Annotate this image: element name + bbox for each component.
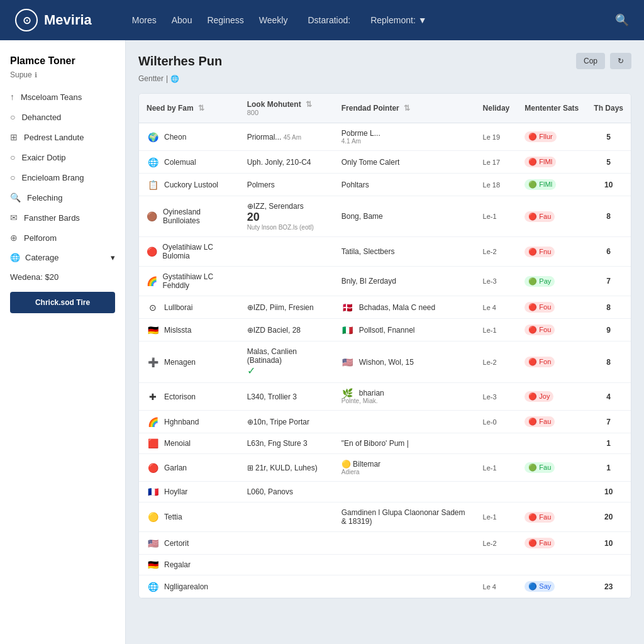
flag-icon: 🟡 (147, 513, 159, 521)
content-info-icon[interactable]: 🌐 (170, 75, 179, 83)
cell-name: ✚Ectorison (139, 383, 240, 411)
content-actions: Cop ↻ (576, 53, 631, 69)
cell-look: Malas, Canlien (Batinada)✓ (240, 341, 334, 383)
cell-name: 🌈Gystatihiaw LC Fehddly (139, 267, 240, 296)
cell-look: L060, Panovs (240, 482, 334, 502)
col-mententer-sats[interactable]: Mententer Sats (517, 94, 586, 123)
sidebar-item-encieloam[interactable]: ○ Encieloam Brang (0, 167, 125, 187)
sidebar-item-feleching[interactable]: 🔍 Feleching (0, 187, 125, 208)
flag-icon: ➕ (147, 358, 159, 367)
flag-icon: ⊙ (147, 303, 159, 312)
cell-level: Le-3 (475, 267, 518, 296)
sidebar-item-msceloam[interactable]: ↑ Msceloam Teans (0, 87, 125, 107)
cell-look (240, 267, 334, 296)
sidebar-item-exaicr[interactable]: ○ Exaicr Dotip (0, 147, 125, 167)
cell-look: ⊕IZZ, Serendars20Nuty lnson BOZ.ls (eotl… (240, 196, 334, 237)
cell-friend: 🇺🇸Wishon, Wol, 15 (334, 341, 475, 383)
cell-days: 9 (586, 319, 631, 341)
flag-icon: 🇩🇪 (147, 560, 159, 569)
cell-days: 4 (586, 383, 631, 411)
cell-level (475, 555, 518, 575)
cell-level (475, 482, 518, 502)
search-icon[interactable]: 🔍 (615, 13, 629, 27)
cell-friend (334, 411, 475, 433)
logo: ⊙ Meviria (15, 9, 92, 31)
nav-dstaratiod[interactable]: Dstaratiod: (308, 15, 350, 25)
cell-look: Uph. Jonly, 210-C4 (240, 151, 334, 174)
table-header: Need by Fam ⇅ Look Mohutent ⇅ 800 Frenda… (139, 94, 631, 123)
cell-days: 5 (586, 151, 631, 174)
navbar-links: Mores Abou Reginess Weekly (132, 15, 288, 25)
cell-days: 1 (586, 433, 631, 454)
cell-sats: 🔴 Fou (517, 319, 586, 341)
cell-level: Le-2 (475, 532, 518, 555)
sidebar-item-pedrest[interactable]: ⊞ Pedrest Landute (0, 127, 125, 147)
cell-sats: 🟢 FlMl (517, 174, 586, 196)
table-row: ⊙Lullborai⊕IZD, Piim, Fresien🇩🇰Bchadas, … (139, 296, 631, 319)
table-row: 🌐NglligarealonLe 4🔵 Say23 (139, 575, 631, 598)
col-th-days[interactable]: Th Days (586, 94, 631, 123)
copy-button[interactable]: Cop (576, 53, 605, 69)
cell-friend (334, 482, 475, 502)
cell-look: L340, Trollier 3 (240, 383, 334, 411)
cell-sats (517, 433, 586, 454)
cell-look: Polmers (240, 174, 334, 196)
cell-friend: Bong, Bame (334, 196, 475, 237)
sidebar-item-pelforom[interactable]: ⊕ Pelforom (0, 228, 125, 248)
cell-look: L63n, Fng Sture 3 (240, 433, 334, 454)
cell-days: 7 (586, 411, 631, 433)
circle2-icon: ○ (10, 152, 15, 162)
sidebar-item-fansther[interactable]: ✉ Fansther Bards (0, 208, 125, 228)
cell-sats: 🔴 Fau (517, 502, 586, 532)
sort-icon-col2: ⇅ (306, 100, 312, 109)
refresh-button[interactable]: ↻ (610, 53, 631, 69)
content-area: Wilterhes Pun Cop ↻ Gentter | 🌐 Need by … (126, 40, 644, 644)
nav-replemont[interactable]: Replemont: ▼ (370, 15, 426, 25)
table-row: 🌐ColemualUph. Jonly, 210-C4Only Tome Cal… (139, 151, 631, 174)
sidebar-category-caterage[interactable]: 🌐 Caterage ▾ (0, 248, 125, 267)
col-neliday[interactable]: Neliday (475, 94, 518, 123)
cell-sats (517, 482, 586, 502)
info-icon[interactable]: ℹ (35, 71, 37, 79)
cell-look: ⊕10n, Tripe Portar (240, 411, 334, 433)
main-layout: Plamce Toner Supue ℹ ↑ Msceloam Teans ○ … (0, 40, 644, 644)
cell-sats: 🔴 Fau (517, 196, 586, 237)
cell-look: ⊕IZD Baciel, 28 (240, 319, 334, 341)
table-row: 📋Cuckory LustoolPolmersPohltarsLe 18🟢 Fl… (139, 174, 631, 196)
cell-days: 8 (586, 196, 631, 237)
flag-icon: 🟥 (147, 439, 159, 448)
flag-icon: 🌈 (147, 277, 157, 286)
table-row: 🟡TettiaGamdinen l Glupa Claononar Sadem … (139, 502, 631, 532)
checkout-button[interactable]: Chrick.sod Tire (10, 292, 115, 313)
cell-days: 6 (586, 237, 631, 267)
cell-level: Le 17 (475, 151, 518, 174)
flag-icon: 🌐 (147, 158, 159, 167)
cell-level: Le 4 (475, 575, 518, 598)
cell-name: 🇩🇪Mislssta (139, 319, 240, 341)
globe-icon: 🌐 (10, 253, 20, 262)
nav-weekly[interactable]: Weekly (259, 15, 288, 25)
cell-name: 🟡Tettia (139, 502, 240, 532)
cell-name: 🇫🇷Hoyllar (139, 482, 240, 502)
col-look-mohutent[interactable]: Look Mohutent ⇅ 800 (240, 94, 334, 123)
cell-friend: Gamdinen l Glupa Claononar Sadem & 18319… (334, 502, 475, 532)
nav-abou[interactable]: Abou (172, 15, 192, 25)
cell-name: ⊙Lullborai (139, 296, 240, 319)
cell-look: Priormal... 45 Am (240, 123, 334, 151)
cell-level: Le 18 (475, 174, 518, 196)
cell-days: 8 (586, 341, 631, 383)
col-need-by-fam[interactable]: Need by Fam ⇅ (139, 94, 240, 123)
nav-mores[interactable]: Mores (132, 15, 157, 25)
mail-icon: ✉ (10, 213, 18, 223)
cell-level: Le-1 (475, 502, 518, 532)
table-row: 🇩🇪Mislssta⊕IZD Baciel, 28🇮🇹Pollsotl, Fna… (139, 319, 631, 341)
col-frendad-pointer[interactable]: Frendad Pointer ⇅ (334, 94, 475, 123)
cell-name: 🌐Colemual (139, 151, 240, 174)
cell-friend: 🌿bharianPolnte, Miak. (334, 383, 475, 411)
sidebar-item-dehancted[interactable]: ○ Dehancted (0, 107, 125, 127)
flag-icon: 🇩🇪 (147, 326, 159, 335)
cell-look: ⊞ 21r, KULD, Luhes) (240, 454, 334, 482)
nav-reginess[interactable]: Reginess (207, 15, 243, 25)
cell-sats: 🔴 Fnu (517, 237, 586, 267)
cell-sats: 🔴 FlMl (517, 151, 586, 174)
